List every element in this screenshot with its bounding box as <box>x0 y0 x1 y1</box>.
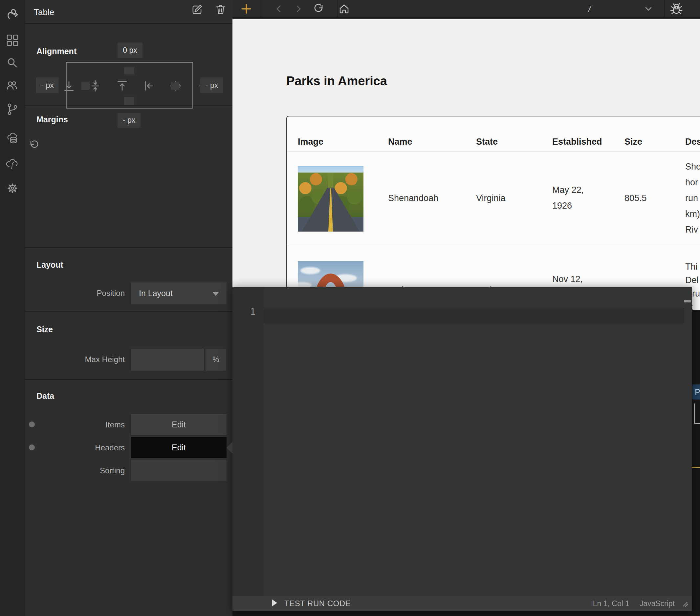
editor-scrollbar[interactable] <box>684 300 691 303</box>
layout-section-title: Layout <box>36 260 63 270</box>
editor-status-bar: TEST RUN CODE Ln 1, Col 1 JavaScript <box>233 596 692 611</box>
dashboard-grid-icon[interactable] <box>6 34 19 47</box>
chevron-down-icon[interactable] <box>643 4 654 14</box>
editor-language: JavaScript <box>640 599 675 608</box>
items-edit-button[interactable]: Edit <box>131 414 227 435</box>
divider <box>25 23 233 24</box>
page-title: Parks in America <box>286 74 387 88</box>
photo-cloud <box>300 267 320 274</box>
run-play-icon[interactable] <box>272 599 277 606</box>
popup-anchor-arrow <box>227 442 233 454</box>
position-label: Position <box>39 288 125 298</box>
cursor-position: Ln 1, Col 1 <box>593 599 629 608</box>
line-number: 1 <box>233 307 255 317</box>
add-component-icon[interactable] <box>240 2 253 15</box>
panel-title: Table <box>34 7 54 17</box>
headers-binding-dot[interactable] <box>29 445 35 450</box>
cell-description-line: She <box>685 162 700 172</box>
logo-route-icon[interactable] <box>6 8 19 21</box>
position-value: In Layout <box>139 288 173 298</box>
margin-bottom-input[interactable]: - px <box>117 113 140 128</box>
col-header-name[interactable]: Name <box>388 137 412 147</box>
refresh-icon[interactable] <box>313 3 324 15</box>
col-header-size[interactable]: Size <box>624 137 642 147</box>
forward-icon[interactable] <box>293 4 303 14</box>
git-branch-icon[interactable] <box>6 103 19 116</box>
items-binding-dot[interactable] <box>29 422 35 427</box>
max-height-input[interactable] <box>131 349 204 371</box>
margin-right-input[interactable]: - px <box>200 77 223 93</box>
cell-size: 805.5 <box>624 193 647 203</box>
alignment-section-title: Alignment <box>36 47 76 56</box>
margin-handle-right[interactable] <box>171 82 179 90</box>
cell-established-line1: May 22, <box>552 185 584 195</box>
chevron-down-icon <box>213 292 219 296</box>
delete-component-icon[interactable] <box>215 4 226 15</box>
edit-component-icon[interactable] <box>191 4 203 15</box>
svg-text:f: f <box>11 161 14 169</box>
background-blue-chip: Pa <box>692 384 700 399</box>
max-height-label: Max Height <box>39 355 125 364</box>
cloud-functions-icon[interactable]: f <box>6 157 19 170</box>
margin-handle-left[interactable] <box>82 82 90 90</box>
headers-label: Headers <box>39 443 125 452</box>
size-section-title: Size <box>36 325 53 334</box>
divider <box>25 247 233 248</box>
code-editor-popup: 1 TEST RUN CODE Ln 1, Col 1 JavaScript <box>233 287 692 611</box>
parks-table[interactable]: Image Name State Established Size Des Sh… <box>286 116 700 310</box>
breadcrumb-path[interactable]: / <box>588 4 591 14</box>
margins-section-title: Margins <box>36 115 68 124</box>
cell-description-line: Riv <box>685 225 698 235</box>
inspector-panel: Table Alignment Margins <box>25 0 233 616</box>
col-header-image[interactable]: Image <box>298 137 323 147</box>
divider <box>25 311 233 312</box>
cell-description-line: Thi <box>685 262 698 272</box>
cell-description-line: Del <box>685 275 699 285</box>
data-section-title: Data <box>36 391 54 401</box>
cell-established-line1: Nov 12, <box>552 274 583 284</box>
headers-edit-button[interactable]: Edit <box>131 437 227 458</box>
accent-yellow-line <box>691 467 700 468</box>
sorting-label: Sorting <box>39 466 125 475</box>
margin-top-input[interactable]: 0 px <box>117 43 142 58</box>
debug-bug-icon[interactable] <box>670 2 683 15</box>
app-window: f Table Alignment <box>0 0 700 616</box>
margin-handle-top[interactable] <box>124 67 134 75</box>
editor-gutter <box>233 287 263 596</box>
home-icon[interactable] <box>338 3 350 15</box>
search-icon[interactable] <box>6 56 19 69</box>
divider <box>664 0 664 18</box>
col-header-state[interactable]: State <box>476 137 498 147</box>
items-label: Items <box>39 420 125 429</box>
table-header-divider <box>287 152 700 152</box>
left-icon-rail: f <box>0 0 25 616</box>
table-row-divider <box>287 246 700 246</box>
editor-current-line[interactable] <box>263 307 684 323</box>
position-dropdown[interactable]: In Layout <box>131 282 227 304</box>
cell-state: Virginia <box>476 193 505 203</box>
col-header-description[interactable]: Des <box>685 137 700 147</box>
background-input-fragment <box>694 403 700 424</box>
test-run-code-button[interactable]: TEST RUN CODE <box>284 599 351 608</box>
app-canvas[interactable]: Parks in America Image Name State Establ… <box>233 19 700 310</box>
cloud-database-icon[interactable] <box>6 132 19 145</box>
max-height-unit: % <box>205 349 226 371</box>
settings-gear-icon[interactable] <box>6 182 19 195</box>
park-photo-shenandoah <box>298 166 363 232</box>
margin-left-input[interactable]: - px <box>36 77 59 93</box>
users-icon[interactable] <box>6 79 19 92</box>
canvas-toolbar: / <box>233 0 700 18</box>
divider <box>25 379 233 380</box>
reset-margins-icon[interactable] <box>28 140 39 151</box>
cell-name: Shenandoah <box>388 193 438 203</box>
divider <box>261 0 261 18</box>
sorting-input[interactable] <box>131 460 227 481</box>
divider <box>337 0 338 18</box>
back-icon[interactable] <box>274 4 284 14</box>
cell-description-line: run <box>685 193 698 203</box>
margin-handle-bottom[interactable] <box>124 97 134 105</box>
cell-description-line: km) <box>685 209 700 219</box>
cell-established-line2: 1926 <box>552 201 572 211</box>
resize-grip-icon[interactable] <box>680 600 689 607</box>
col-header-established[interactable]: Established <box>552 137 602 147</box>
